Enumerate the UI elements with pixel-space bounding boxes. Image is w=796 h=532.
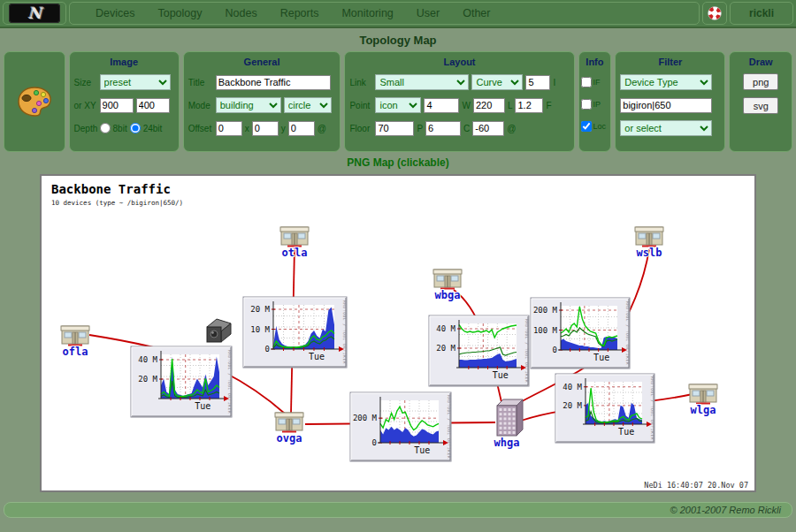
depth-8bit-label: 8bit — [113, 124, 127, 133]
map-caption: PNG Map (clickable) — [0, 152, 796, 174]
node-label-otla[interactable]: otla — [282, 247, 308, 259]
graph-ytick: 40 M — [436, 324, 455, 333]
loc-checkbox[interactable] — [581, 121, 592, 132]
link-i-input[interactable] — [525, 75, 550, 90]
floor-at-label: @ — [507, 124, 516, 133]
draw-svg-button[interactable]: svg — [743, 97, 778, 114]
rrdtool-watermark: RRDTOOL / TOBI OETIKER — [342, 300, 347, 364]
filter-type-select[interactable]: Device Type — [620, 74, 712, 90]
node-label-wslb[interactable]: wslb — [637, 247, 662, 259]
menu-topology[interactable]: Topology — [146, 7, 213, 19]
map-title-input[interactable] — [216, 75, 331, 90]
node-ovga[interactable]: ovga — [275, 413, 303, 445]
filter-pattern-input[interactable] — [620, 98, 712, 113]
graph-ytick: 0 — [372, 438, 377, 447]
menu-nodes[interactable]: Nodes — [214, 7, 269, 19]
floor-at-input[interactable] — [472, 121, 504, 136]
title-label: Title — [188, 78, 213, 87]
if-checkbox[interactable] — [581, 77, 592, 87]
curve-select[interactable]: Curve — [471, 74, 523, 90]
floor-c-input[interactable] — [425, 121, 461, 136]
point-w-input[interactable] — [424, 98, 459, 113]
offset-z-input[interactable] — [288, 121, 315, 136]
floor-label: Floor — [349, 124, 372, 133]
node-dev1[interactable] — [207, 319, 231, 342]
point-l-input[interactable] — [473, 98, 505, 113]
graph-xlabel: Tue — [309, 352, 325, 361]
node-otla[interactable]: otla — [280, 227, 309, 259]
menu-other[interactable]: Other — [451, 7, 501, 19]
node-wlga[interactable]: wlga — [689, 384, 717, 416]
offset-x-input[interactable] — [216, 121, 242, 136]
floor-p-input[interactable] — [375, 121, 414, 136]
topology-map[interactable]: 20 M10 M0TueRRDTOOL / TOBI OETIKER40 M20… — [40, 174, 756, 492]
graph-ytick: 200 M — [533, 306, 558, 315]
mode-label: Mode — [188, 101, 213, 110]
mode-select[interactable]: building — [216, 97, 281, 113]
link-label: Link — [349, 78, 372, 87]
node-label-wbga[interactable]: wbga — [435, 289, 461, 301]
menu-user[interactable]: User — [405, 7, 451, 19]
depth-24bit-radio[interactable] — [130, 123, 141, 133]
link-style-select[interactable]: Small — [375, 74, 469, 90]
filter-or-select[interactable]: or select — [620, 120, 712, 136]
palette-icon[interactable] — [15, 85, 54, 118]
shape-select[interactable]: circle — [284, 97, 332, 113]
node-whga[interactable]: whga — [494, 399, 523, 449]
node-label-ofla[interactable]: ofla — [63, 346, 88, 358]
draw-png-button[interactable]: png — [743, 73, 778, 90]
size-label: Size — [74, 78, 97, 87]
rrdtool-watermark: RRDTOOL / TOBI OETIKER — [227, 350, 232, 414]
graph-ytick: 100 M — [533, 326, 558, 335]
general-panel: General Title Mode building circle Offse… — [183, 51, 341, 152]
menu-monitoring[interactable]: Monitoring — [330, 7, 404, 19]
map-subtitle: 10 devices (type ~ /bigiron|650/) — [51, 199, 183, 207]
point-style-select[interactable]: icon — [375, 97, 421, 113]
graph-ytick: 20 M — [250, 305, 270, 314]
ip-checkbox[interactable] — [581, 99, 592, 110]
traffic-graph-g-ne[interactable]: 200 M100 M0TueRRDTOOL / TOBI OETIKER — [531, 298, 630, 369]
depth-24bit-label: 24bit — [143, 124, 163, 133]
logo-letter: N — [28, 4, 42, 22]
point-w-label: W — [462, 101, 470, 110]
node-label-whga[interactable]: whga — [494, 437, 520, 449]
nedi-logo-icon: N — [9, 4, 60, 23]
menu-devices[interactable]: Devices — [84, 7, 146, 19]
node-wslb[interactable]: wslb — [635, 227, 663, 259]
rrdtool-watermark: RRDTOOL / TOBI OETIKER — [524, 319, 529, 383]
traffic-graph-g-se[interactable]: 40 M20 MTueRRDTOOL / TOBI OETIKER — [555, 374, 654, 443]
point-f-input[interactable] — [515, 98, 543, 113]
main-menu: Devices Topology Nodes Reports Monitorin… — [69, 2, 700, 25]
map-timestamp: NeDi 16:40:07 20.Nov 07 — [644, 481, 748, 490]
traffic-graph-g-ovga[interactable]: 200 M0TueRRDTOOL / TOBI OETIKER — [350, 392, 451, 461]
topology-form: Image Size preset or XY Depth 8bit 24bit… — [0, 51, 796, 152]
nedi-logo[interactable]: N — [3, 2, 66, 25]
offset-y-label: y — [281, 124, 286, 133]
traffic-graph-g-ofla[interactable]: 40 M20 MTueRRDTOOL / TOBI OETIKER — [131, 346, 232, 417]
node-label-ovga[interactable]: ovga — [277, 432, 302, 445]
lifebuoy-help-icon — [707, 5, 723, 21]
graph-xlabel: Tue — [618, 427, 634, 437]
help-button[interactable] — [702, 2, 727, 25]
floor-p-label: P — [417, 124, 423, 133]
offset-y-input[interactable] — [252, 121, 279, 136]
depth-8bit-radio[interactable] — [100, 123, 111, 133]
size-select[interactable]: preset — [100, 74, 171, 90]
layout-panel-title: Layout — [349, 57, 569, 67]
draw-panel-title: Draw — [734, 57, 787, 67]
graph-xlabel: Tue — [414, 445, 430, 455]
traffic-graph-g-otla[interactable]: 20 M10 M0TueRRDTOOL / TOBI OETIKER — [243, 297, 347, 368]
node-wbga[interactable]: wbga — [433, 270, 462, 301]
node-ofla[interactable]: ofla — [61, 326, 89, 358]
graph-ytick: 200 M — [353, 414, 378, 422]
page-title: Topology Map — [0, 28, 796, 51]
info-panel: Info IF IP Loc — [578, 51, 612, 152]
current-user[interactable]: rickli — [730, 2, 793, 25]
y-size-input[interactable] — [136, 98, 170, 113]
x-size-input[interactable] — [100, 98, 134, 113]
node-label-wlga[interactable]: wlga — [691, 404, 716, 416]
topology-map-svg[interactable]: 20 M10 M0TueRRDTOOL / TOBI OETIKER40 M20… — [42, 176, 754, 490]
menu-reports[interactable]: Reports — [269, 7, 331, 19]
traffic-graph-g-wbga[interactable]: 40 M20 MTueRRDTOOL / TOBI OETIKER — [429, 315, 529, 386]
rrdtool-watermark: RRDTOOL / TOBI OETIKER — [650, 376, 654, 440]
